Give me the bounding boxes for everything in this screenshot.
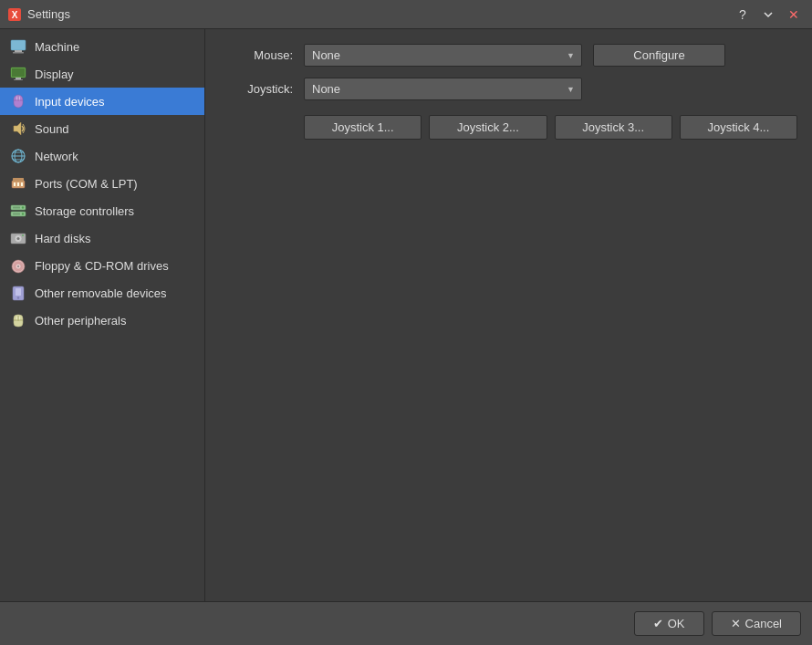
joystick1-button[interactable]: Joystick 1... — [304, 115, 422, 140]
sidebar-item-sound-label: Sound — [35, 122, 69, 136]
sidebar-item-hard-disks[interactable]: Hard disks — [0, 224, 204, 252]
mouse-select[interactable]: None — [304, 44, 582, 67]
sidebar-item-input-devices-label: Input devices — [35, 95, 105, 109]
joystick-select-wrapper: None — [304, 78, 582, 100]
svg-rect-6 — [16, 78, 21, 79]
joystick2-button[interactable]: Joystick 2... — [429, 115, 547, 140]
display-icon — [9, 65, 27, 83]
sidebar-item-network[interactable]: Network — [0, 142, 204, 170]
peripherals-icon — [9, 311, 27, 329]
ok-label: OK — [668, 617, 685, 630]
cancel-icon: ✕ — [731, 617, 741, 630]
sidebar-item-display[interactable]: Display — [0, 60, 204, 88]
svg-rect-21 — [17, 182, 19, 186]
joystick-select[interactable]: None — [304, 78, 582, 100]
svg-marker-13 — [14, 122, 21, 135]
sidebar-item-ports[interactable]: Ports (COM & LPT) — [0, 170, 204, 197]
svg-point-32 — [17, 237, 20, 240]
svg-point-26 — [22, 206, 24, 208]
sidebar-item-machine-label: Machine — [35, 40, 79, 54]
network-icon — [9, 147, 27, 165]
content-panel: Mouse: None Configure Joystick: None Joy… — [205, 29, 812, 601]
ports-icon — [9, 174, 27, 192]
removable-icon — [9, 284, 27, 302]
ok-button[interactable]: ✔ OK — [634, 611, 704, 636]
joystick4-button[interactable]: Joystick 4... — [680, 115, 797, 140]
mouse-label: Mouse: — [220, 48, 293, 62]
svg-rect-3 — [15, 50, 22, 52]
sidebar-item-peripherals-label: Other peripherals — [35, 314, 126, 328]
sidebar-item-peripherals[interactable]: Other peripherals — [0, 307, 204, 334]
sidebar-item-input-devices[interactable]: Input devices — [0, 88, 204, 115]
sidebar-item-machine[interactable]: Machine — [0, 33, 204, 60]
svg-rect-23 — [13, 178, 24, 182]
footer: ✔ OK ✕ Cancel — [0, 601, 812, 645]
sidebar-item-hard-disks-label: Hard disks — [35, 232, 90, 245]
svg-rect-22 — [21, 182, 23, 186]
svg-rect-39 — [16, 288, 21, 296]
close-button[interactable]: ✕ — [783, 4, 805, 26]
chevron-down-icon — [763, 9, 774, 20]
cancel-button[interactable]: ✕ Cancel — [712, 611, 801, 636]
floppy-cd-icon — [9, 256, 27, 275]
help-button[interactable]: ? — [732, 4, 754, 26]
svg-point-36 — [17, 265, 19, 267]
cancel-label: Cancel — [745, 617, 782, 630]
hard-disks-icon — [9, 229, 27, 247]
joystick3-button[interactable]: Joystick 3... — [555, 115, 672, 140]
mouse-row: Mouse: None Configure — [220, 44, 797, 67]
joystick-row: Joystick: None — [220, 78, 797, 100]
joystick-buttons-row: Joystick 1... Joystick 2... Joystick 3..… — [304, 115, 797, 140]
svg-rect-29 — [13, 213, 20, 215]
svg-rect-4 — [13, 52, 24, 54]
svg-text:X: X — [12, 10, 18, 20]
sidebar-item-storage-controllers[interactable]: Storage controllers — [0, 197, 204, 224]
configure-button[interactable]: Configure — [593, 44, 725, 67]
svg-point-33 — [22, 234, 24, 236]
minimize-button[interactable] — [757, 4, 779, 26]
sidebar-item-ports-label: Ports (COM & LPT) — [35, 177, 138, 191]
sound-icon — [9, 120, 27, 138]
svg-rect-8 — [12, 68, 25, 77]
sidebar-item-removable-label: Other removable devices — [35, 286, 167, 300]
sidebar-item-storage-controllers-label: Storage controllers — [35, 204, 134, 218]
mouse-select-wrapper: None — [304, 44, 582, 67]
svg-rect-20 — [14, 182, 16, 186]
sidebar-item-sound[interactable]: Sound — [0, 115, 204, 142]
sidebar-item-removable[interactable]: Other removable devices — [0, 279, 204, 307]
svg-rect-7 — [14, 79, 23, 80]
machine-icon — [9, 37, 27, 56]
sidebar-item-floppy-cd[interactable]: Floppy & CD-ROM drives — [0, 252, 204, 279]
window-title: Settings — [27, 7, 70, 21]
title-bar: X Settings ? ✕ — [0, 0, 812, 29]
title-bar-left: X Settings — [7, 7, 70, 22]
joystick-label: Joystick: — [220, 82, 293, 96]
svg-point-27 — [22, 213, 24, 214]
sidebar: Machine Display — [0, 29, 205, 601]
title-bar-controls: ? ✕ — [732, 4, 805, 26]
input-devices-icon — [9, 92, 27, 110]
svg-point-40 — [17, 296, 19, 298]
sidebar-item-display-label: Display — [35, 68, 74, 81]
sidebar-item-floppy-cd-label: Floppy & CD-ROM drives — [35, 259, 169, 273]
main-content: Machine Display — [0, 29, 812, 601]
ok-icon: ✔ — [653, 617, 663, 630]
sidebar-item-network-label: Network — [35, 150, 78, 163]
svg-rect-28 — [13, 207, 20, 209]
app-icon: X — [7, 7, 22, 22]
storage-controllers-icon — [9, 202, 27, 220]
svg-rect-2 — [11, 40, 26, 50]
